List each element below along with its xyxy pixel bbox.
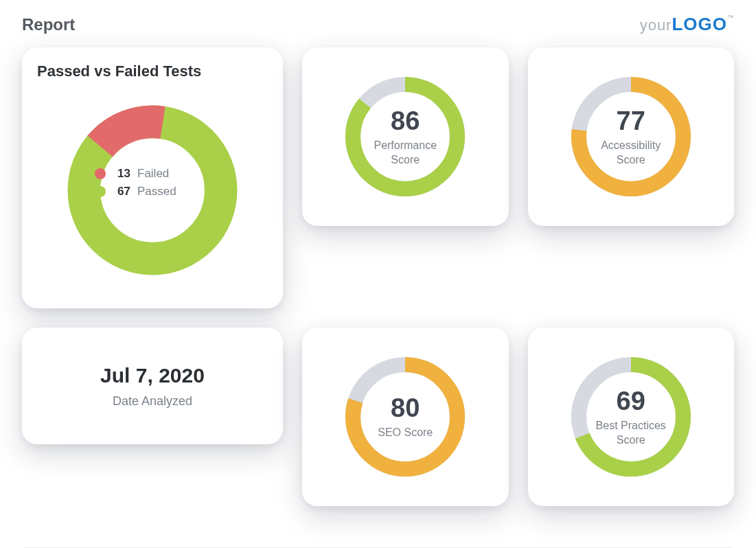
pass-fail-legend: 13 Failed 67 Passed	[95, 163, 176, 203]
gauge-icon	[566, 352, 696, 482]
card-accessibility: 77 Accessibility Score	[528, 47, 735, 226]
card-date-analyzed: Jul 7, 2020 Date Analyzed	[22, 328, 283, 444]
card-best-practices: 69 Best Practices Score	[528, 328, 735, 506]
failed-value: 13	[113, 167, 130, 181]
legend-failed: 13 Failed	[95, 167, 176, 181]
card-pass-fail: Passed vs Failed Tests 13 Failed 67 Pass	[22, 47, 283, 308]
gauge-icon	[340, 71, 470, 202]
page-title: Report	[22, 15, 75, 34]
pass-fail-chart: 13 Failed 67 Passed	[37, 87, 268, 293]
failed-label: Failed	[137, 167, 169, 181]
best-practices-gauge: 69 Best Practices Score	[566, 352, 696, 482]
dot-icon	[95, 186, 106, 197]
accessibility-gauge: 77 Accessibility Score	[566, 71, 696, 202]
page-header: Report yourLOGO™	[22, 14, 734, 35]
passed-value: 67	[113, 185, 130, 198]
legend-passed: 67 Passed	[95, 185, 176, 198]
performance-gauge: 86 Performance Score	[340, 71, 470, 202]
gauge-icon	[566, 71, 696, 202]
pass-fail-title: Passed vs Failed Tests	[37, 62, 268, 80]
logo-tm: ™	[727, 14, 734, 21]
date-value: Jul 7, 2020	[100, 364, 205, 387]
dot-icon	[95, 168, 106, 179]
date-label: Date Analyzed	[113, 394, 192, 409]
card-seo: 80 SEO Score	[302, 328, 509, 506]
gauge-icon	[340, 352, 470, 482]
dashboard-grid: Passed vs Failed Tests 13 Failed 67 Pass	[22, 47, 734, 506]
logo-brand: LOGO	[672, 14, 727, 34]
logo-prefix: your	[640, 16, 672, 34]
brand-logo: yourLOGO™	[640, 14, 734, 35]
passed-label: Passed	[137, 185, 176, 198]
card-performance: 86 Performance Score	[302, 47, 509, 226]
seo-gauge: 80 SEO Score	[340, 352, 470, 482]
